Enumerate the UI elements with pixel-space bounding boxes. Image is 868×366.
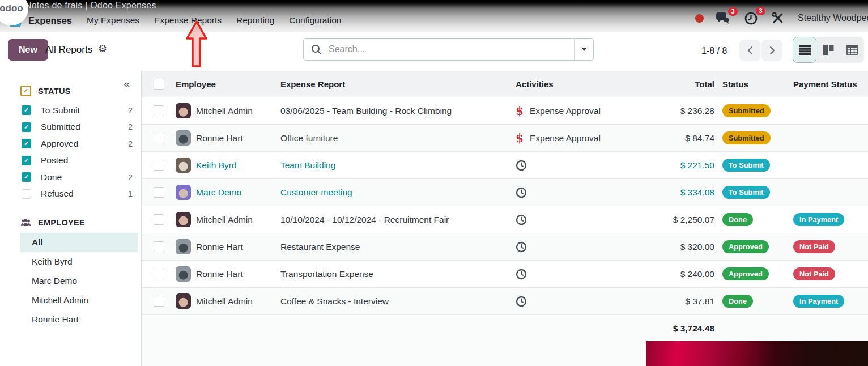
row-checkbox[interactable] bbox=[154, 214, 164, 225]
table-row[interactable]: Mitchell Admin10/10/2024 - 10/12/2024 - … bbox=[142, 206, 868, 233]
table-row[interactable]: Mitchell Admin03/06/2025 - Team Building… bbox=[142, 97, 868, 125]
employee-filter-all[interactable]: All bbox=[20, 233, 138, 252]
status-filter-count: 2 bbox=[128, 139, 133, 148]
employee-name[interactable]: Keith Byrd bbox=[196, 160, 237, 171]
checkbox-icon[interactable] bbox=[22, 189, 31, 199]
expense-approval-icon[interactable]: $ bbox=[516, 133, 524, 144]
employee-filter-mitchell-admin[interactable]: Mitchell Admin bbox=[20, 291, 138, 310]
activity-clock-icon[interactable] bbox=[516, 187, 527, 198]
employee-name[interactable]: Mitchell Admin bbox=[196, 106, 253, 116]
expense-report-name[interactable]: Transportation Expense bbox=[280, 269, 373, 279]
user-menu[interactable]: Stealthy Woodpecker bbox=[798, 13, 868, 23]
select-all-checkbox[interactable] bbox=[154, 79, 164, 90]
expense-report-name[interactable]: Restaurant Expense bbox=[280, 242, 360, 252]
checkbox-icon[interactable]: ✓ bbox=[22, 172, 31, 182]
employee-name[interactable]: Mitchell Admin bbox=[196, 296, 253, 307]
status-filter-label: Posted bbox=[41, 155, 68, 165]
kanban-view-button[interactable] bbox=[816, 37, 840, 63]
employee-name[interactable]: Mitchell Admin bbox=[196, 215, 253, 225]
table-row[interactable]: Ronnie HartTransportation Expense$ 240.0… bbox=[142, 261, 868, 288]
expense-report-name[interactable]: Customer meeting bbox=[280, 188, 352, 197]
activity-clock-icon[interactable] bbox=[516, 214, 527, 225]
status-filter-approved[interactable]: ✓Approved2 bbox=[0, 135, 141, 152]
row-checkbox[interactable] bbox=[154, 241, 164, 252]
menu-expense-reports[interactable]: Expense Reports bbox=[154, 15, 222, 25]
employee-filter-label: Marc Demo bbox=[32, 276, 77, 286]
list-view-button[interactable] bbox=[793, 37, 816, 63]
col-employee[interactable]: Employee bbox=[176, 79, 280, 89]
status-filter-count: 2 bbox=[128, 173, 133, 182]
row-checkbox[interactable] bbox=[154, 133, 164, 143]
table-row[interactable]: Mitchell AdminCoffee & Snacks - Intervie… bbox=[142, 288, 868, 315]
employee-list: AllKeith ByrdMarc DemoMitchell AdminRonn… bbox=[20, 233, 138, 329]
checkbox-icon[interactable]: ✓ bbox=[22, 122, 31, 132]
expense-report-name[interactable]: Coffee & Snacks - Interview bbox=[280, 296, 389, 306]
col-activities[interactable]: Activities bbox=[516, 79, 637, 89]
row-checkbox[interactable] bbox=[154, 105, 164, 116]
pivot-view-button[interactable] bbox=[840, 37, 864, 63]
search-bar[interactable] bbox=[303, 38, 594, 61]
table-row[interactable]: Marc DemoCustomer meeting$ 334.08To Subm… bbox=[142, 179, 868, 206]
expense-report-name[interactable]: Office furniture bbox=[280, 133, 338, 143]
search-filters-toggle[interactable] bbox=[574, 39, 593, 60]
expense-report-name[interactable]: Team Building bbox=[280, 160, 335, 170]
window-title: Notes de frais | Odoo Expenses bbox=[25, 1, 156, 11]
activity-clock-icon[interactable] bbox=[516, 241, 527, 253]
row-checkbox[interactable] bbox=[154, 296, 164, 307]
employee-name[interactable]: Ronnie Hart bbox=[196, 269, 243, 279]
app-name[interactable]: Expenses bbox=[28, 15, 72, 26]
status-filter-posted[interactable]: ✓Posted bbox=[0, 152, 141, 169]
table-row[interactable]: Ronnie HartOffice furniture$Expense Appr… bbox=[142, 125, 868, 152]
pager-next-button[interactable] bbox=[761, 40, 782, 61]
status-filter-submitted[interactable]: ✓Submitted2 bbox=[0, 119, 141, 136]
search-input[interactable] bbox=[327, 44, 574, 55]
table-row[interactable]: Ronnie HartRestaurant Expense$ 320.00App… bbox=[142, 233, 868, 261]
pager-prev-button[interactable] bbox=[739, 40, 760, 61]
gear-icon[interactable]: ⚙ bbox=[98, 42, 107, 55]
activity-clock-icon[interactable] bbox=[516, 269, 527, 280]
col-expense-report[interactable]: Expense Report bbox=[280, 79, 516, 89]
messages-icon[interactable]: 3 bbox=[715, 12, 730, 25]
status-filter-to-submit[interactable]: ✓To Submit2 bbox=[0, 102, 141, 119]
expense-report-name[interactable]: 10/10/2024 - 10/12/2024 - Recruitment Fa… bbox=[280, 215, 449, 224]
employee-filter-ronnie-hart[interactable]: Ronnie Hart bbox=[20, 310, 138, 329]
employee-filter-marc-demo[interactable]: Marc Demo bbox=[20, 271, 138, 291]
activity-clock-icon[interactable] bbox=[516, 160, 527, 171]
collapse-sidebar-icon[interactable]: « bbox=[124, 78, 130, 90]
row-checkbox[interactable] bbox=[154, 160, 164, 171]
employee-filter-keith-byrd[interactable]: Keith Byrd bbox=[20, 252, 138, 271]
status-badge: Submitted bbox=[722, 131, 771, 144]
employee-name[interactable]: Ronnie Hart bbox=[196, 133, 243, 143]
employee-filter-label: Ronnie Hart bbox=[32, 314, 79, 325]
col-total[interactable]: Total bbox=[637, 79, 722, 89]
checkbox-icon[interactable]: ✓ bbox=[22, 156, 31, 165]
table-body: Mitchell Admin03/06/2025 - Team Building… bbox=[142, 97, 868, 315]
new-button[interactable]: New bbox=[8, 39, 48, 61]
menu-my-expenses[interactable]: My Expenses bbox=[87, 15, 139, 25]
row-checkbox[interactable] bbox=[154, 187, 164, 198]
systray: 3 3 Stealthy Woodpecker bbox=[695, 9, 868, 27]
support-tools-icon[interactable] bbox=[772, 12, 784, 24]
menu-reporting[interactable]: Reporting bbox=[236, 15, 274, 25]
col-status[interactable]: Status bbox=[722, 79, 793, 89]
content-area: « ✓ STATUS ✓To Submit2✓Submitted2✓Approv… bbox=[0, 71, 868, 366]
employee-avatar bbox=[176, 158, 191, 173]
menu-configuration[interactable]: Configuration bbox=[289, 15, 341, 25]
status-filter-refused[interactable]: Refused1 bbox=[0, 186, 141, 203]
employee-name[interactable]: Marc Demo bbox=[196, 188, 241, 198]
expense-approval-icon[interactable]: $ bbox=[516, 105, 524, 117]
checkbox-icon[interactable]: ✓ bbox=[22, 105, 31, 115]
row-checkbox[interactable] bbox=[154, 269, 164, 279]
activity-clock-icon[interactable] bbox=[516, 296, 527, 307]
employee-name[interactable]: Ronnie Hart bbox=[196, 242, 243, 252]
table-header: Employee Expense Report Activities Total… bbox=[142, 71, 868, 97]
checkbox-icon[interactable]: ✓ bbox=[22, 139, 31, 148]
col-payment-status[interactable]: Payment Status bbox=[793, 79, 868, 89]
breadcrumb[interactable]: All Reports bbox=[45, 44, 92, 56]
activities-icon[interactable]: 3 bbox=[744, 11, 758, 25]
recording-dot-icon bbox=[695, 14, 704, 23]
table-row[interactable]: Keith ByrdTeam Building$ 221.50To Submit bbox=[142, 152, 868, 179]
employee-section-icon bbox=[20, 219, 31, 227]
status-filter-done[interactable]: ✓Done2 bbox=[0, 169, 141, 186]
expense-report-name[interactable]: 03/06/2025 - Team Building - Rock Climbi… bbox=[280, 106, 452, 116]
